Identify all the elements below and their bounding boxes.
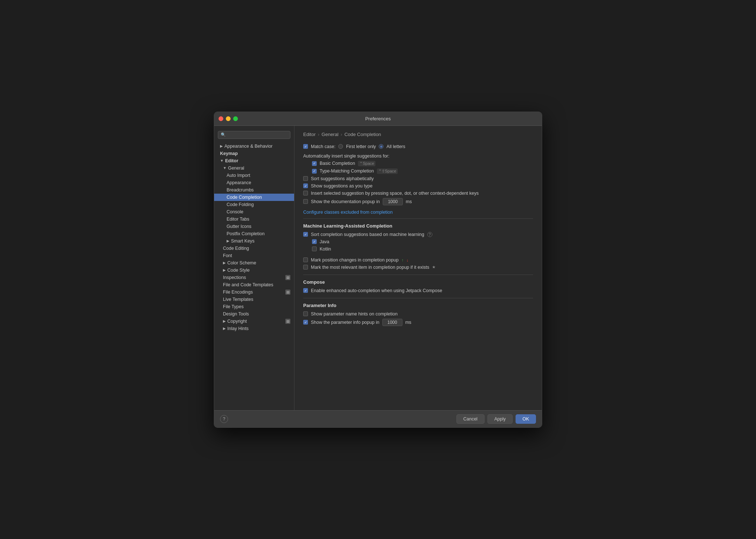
mark-most-relevant-checkbox[interactable] — [303, 265, 308, 270]
search-input[interactable] — [227, 132, 288, 137]
sidebar-item-font[interactable]: Font — [214, 252, 294, 259]
sidebar-label: Auto Import — [227, 173, 250, 178]
sidebar-item-breadcrumbs[interactable]: Breadcrumbs — [214, 186, 294, 194]
breadcrumb-sep1: › — [318, 132, 319, 137]
java-checkbox[interactable] — [312, 239, 317, 244]
sidebar-label: Editor Tabs — [227, 217, 249, 222]
arrow-up-icon: ↑ — [401, 258, 404, 262]
java-row: Java — [303, 238, 533, 245]
sidebar-item-code-folding[interactable]: Code Folding — [214, 201, 294, 208]
sidebar-item-inspections[interactable]: Inspections ▤ — [214, 274, 294, 281]
minimize-button[interactable] — [226, 116, 231, 121]
sidebar-item-code-editing[interactable]: Code Editing — [214, 245, 294, 252]
ml-section-header: Machine Learning-Assisted Completion — [303, 223, 533, 229]
show-param-hints-checkbox[interactable] — [303, 311, 308, 316]
window-controls[interactable] — [219, 116, 238, 121]
doc-popup-value[interactable] — [383, 198, 403, 205]
first-letter-radio[interactable] — [338, 144, 343, 149]
show-suggestions-row: Show suggestions as you type — [303, 182, 533, 190]
titlebar: Preferences — [214, 112, 542, 126]
maximize-button[interactable] — [233, 116, 238, 121]
insert-selected-label: Insert selected suggestion by pressing s… — [311, 191, 479, 196]
mark-position-row: Mark position changes in completion popu… — [303, 256, 533, 264]
sidebar-item-design-tools[interactable]: Design Tools — [214, 310, 294, 318]
match-case-checkbox[interactable] — [303, 144, 308, 149]
sidebar-label: Appearance & Behavior — [224, 144, 273, 149]
search-box[interactable]: 🔍 — [218, 131, 290, 139]
show-suggestions-checkbox[interactable] — [303, 183, 308, 188]
breadcrumb-general: General — [321, 132, 338, 137]
kotlin-label: Kotlin — [320, 247, 331, 252]
sidebar-item-console[interactable]: Console — [214, 208, 294, 216]
mark-position-checkbox[interactable] — [303, 257, 308, 262]
sidebar-item-gutter-icons[interactable]: Gutter Icons — [214, 223, 294, 230]
all-letters-label: All letters — [386, 144, 405, 149]
arrow-down-icon: ↓ — [406, 258, 409, 262]
sidebar-label: File and Code Templates — [223, 282, 273, 287]
sidebar-label: Editor — [225, 158, 238, 163]
compose-enhanced-checkbox[interactable] — [303, 288, 308, 293]
insert-selected-row: Insert selected suggestion by pressing s… — [303, 190, 533, 197]
sort-alpha-checkbox[interactable] — [303, 176, 308, 181]
cancel-button[interactable]: Cancel — [456, 414, 485, 424]
sidebar-label: Code Folding — [227, 202, 254, 207]
sidebar-label: Code Completion — [227, 195, 262, 200]
auto-insert-label: Automatically insert single suggestions … — [303, 154, 389, 159]
basic-completion-checkbox[interactable] — [312, 161, 317, 166]
sidebar-item-general[interactable]: ▼ General — [214, 164, 294, 172]
sidebar-item-file-encodings[interactable]: File Encodings ▤ — [214, 288, 294, 296]
sidebar-label: Code Editing — [223, 246, 249, 251]
sidebar-item-file-code-templates[interactable]: File and Code Templates — [214, 281, 294, 288]
doc-popup-ms: ms — [406, 199, 412, 204]
sidebar-item-code-completion[interactable]: Code Completion — [214, 194, 294, 201]
all-letters-radio[interactable] — [379, 144, 383, 149]
close-button[interactable] — [219, 116, 223, 121]
file-encodings-badge: ▤ — [285, 290, 290, 295]
kotlin-checkbox[interactable] — [312, 247, 317, 251]
sidebar-item-keymap[interactable]: Keymap — [214, 150, 294, 157]
sidebar-item-postfix-completion[interactable]: Postfix Completion — [214, 230, 294, 237]
help-button[interactable]: ? — [220, 415, 228, 423]
sidebar-item-inlay-hints[interactable]: ▶ Inlay Hints — [214, 325, 294, 332]
sidebar-item-appearance[interactable]: Appearance — [214, 179, 294, 186]
chevron-down-icon: ▼ — [220, 159, 224, 163]
sidebar-item-appearance-behavior[interactable]: ▶ Appearance & Behavior — [214, 143, 294, 150]
sidebar-item-smart-keys[interactable]: ▶ Smart Keys — [214, 237, 294, 245]
sidebar-item-file-types[interactable]: File Types — [214, 303, 294, 310]
sidebar-item-editor-tabs[interactable]: Editor Tabs — [214, 216, 294, 223]
sidebar-label: Live Templates — [223, 297, 253, 302]
sidebar-item-live-templates[interactable]: Live Templates — [214, 296, 294, 303]
type-matching-checkbox[interactable] — [312, 169, 317, 174]
configure-classes-link[interactable]: Configure classes excluded from completi… — [303, 210, 393, 215]
content-area: 🔍 ▶ Appearance & Behavior Keymap — [214, 126, 542, 410]
show-doc-popup-row: Show the documentation popup in ms — [303, 197, 533, 206]
type-matching-shortcut: ⌃⇧Space — [377, 168, 398, 174]
show-param-popup-checkbox[interactable] — [303, 320, 308, 325]
basic-completion-shortcut: ⌃Space — [358, 161, 375, 166]
sidebar-item-copyright[interactable]: ▶ Copyright ▤ — [214, 318, 294, 325]
sidebar-label: Design Tools — [223, 311, 249, 317]
param-popup-value[interactable] — [382, 319, 402, 326]
sort-ml-checkbox[interactable] — [303, 232, 308, 237]
apply-button[interactable]: Apply — [487, 414, 513, 424]
chevron-right-icon: ▶ — [223, 326, 226, 330]
sidebar-label: Color Scheme — [227, 260, 256, 265]
first-letter-label: First letter only — [346, 144, 376, 149]
sort-ml-help-icon[interactable]: ? — [427, 232, 432, 237]
show-doc-popup-checkbox[interactable] — [303, 199, 308, 204]
sidebar-item-color-scheme[interactable]: ▶ Color Scheme — [214, 259, 294, 267]
sidebar-item-code-style[interactable]: ▶ Code Style — [214, 267, 294, 274]
ok-button[interactable]: OK — [516, 414, 536, 424]
breadcrumb-code-completion: Code Completion — [344, 132, 381, 137]
insert-selected-checkbox[interactable] — [303, 191, 308, 195]
sidebar-item-auto-import[interactable]: Auto Import — [214, 172, 294, 179]
breadcrumb: Editor › General › Code Completion — [303, 132, 533, 137]
divider3 — [303, 298, 533, 298]
sidebar-item-editor[interactable]: ▼ Editor — [214, 157, 294, 164]
sidebar-label: Breadcrumbs — [227, 187, 254, 193]
java-label: Java — [320, 239, 329, 244]
divider2 — [303, 275, 533, 275]
sidebar-label: File Types — [223, 304, 244, 309]
sidebar-label: Inlay Hints — [227, 326, 248, 331]
sidebar-label: Keymap — [220, 151, 238, 156]
